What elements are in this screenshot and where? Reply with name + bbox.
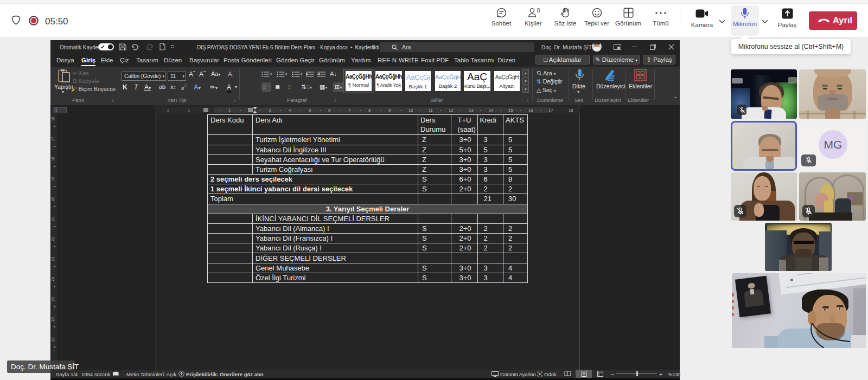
svg-text:8: 8 [537,8,540,14]
